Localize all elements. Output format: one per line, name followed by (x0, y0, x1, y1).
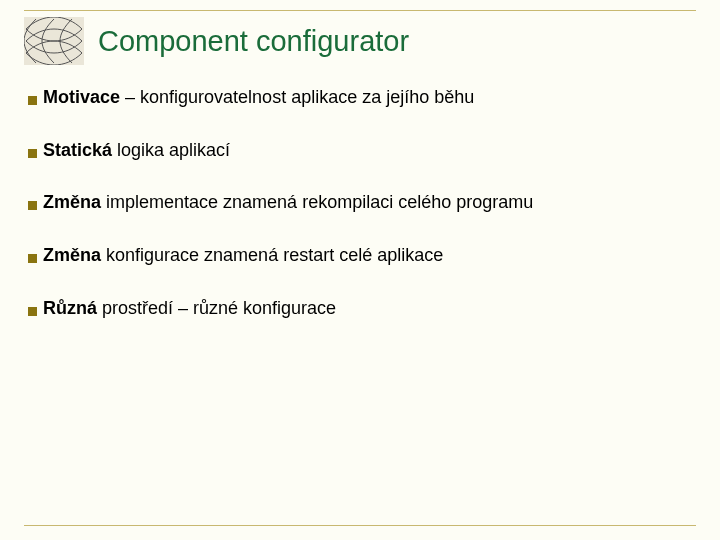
bullet-item: Motivace – konfigurovatelnost aplikace z… (28, 87, 692, 108)
logo-icon (24, 17, 84, 65)
bullet-rest: logika aplikací (112, 140, 230, 160)
bullet-icon (28, 96, 37, 105)
bullet-text: Motivace – konfigurovatelnost aplikace z… (43, 87, 474, 108)
bottom-rule (24, 525, 696, 526)
bullet-text: Různá prostředí – různé konfigurace (43, 298, 336, 319)
bullet-bold: Různá (43, 298, 97, 318)
bullet-text: Změna konfigurace znamená restart celé a… (43, 245, 443, 266)
bullet-rest: implementace znamená rekompilaci celého … (101, 192, 533, 212)
bullet-rest: konfigurace znamená restart celé aplikac… (101, 245, 443, 265)
bullet-icon (28, 201, 37, 210)
bullet-bold: Změna (43, 192, 101, 212)
content: Motivace – konfigurovatelnost aplikace z… (24, 69, 696, 318)
bullet-icon (28, 254, 37, 263)
bullet-icon (28, 149, 37, 158)
slide: Component configurator Motivace – konfig… (0, 0, 720, 540)
header-row: Component configurator (24, 11, 696, 69)
bullet-rest: prostředí – různé konfigurace (97, 298, 336, 318)
bullet-bold: Motivace (43, 87, 120, 107)
bullet-text: Statická logika aplikací (43, 140, 230, 161)
bullet-bold: Statická (43, 140, 112, 160)
bullet-item: Statická logika aplikací (28, 140, 692, 161)
bullet-item: Různá prostředí – různé konfigurace (28, 298, 692, 319)
slide-title: Component configurator (98, 25, 409, 58)
bullet-item: Změna konfigurace znamená restart celé a… (28, 245, 692, 266)
bullet-bold: Změna (43, 245, 101, 265)
bullet-item: Změna implementace znamená rekompilaci c… (28, 192, 692, 213)
bullet-text: Změna implementace znamená rekompilaci c… (43, 192, 533, 213)
bullet-rest: – konfigurovatelnost aplikace za jejího … (120, 87, 474, 107)
bullet-icon (28, 307, 37, 316)
